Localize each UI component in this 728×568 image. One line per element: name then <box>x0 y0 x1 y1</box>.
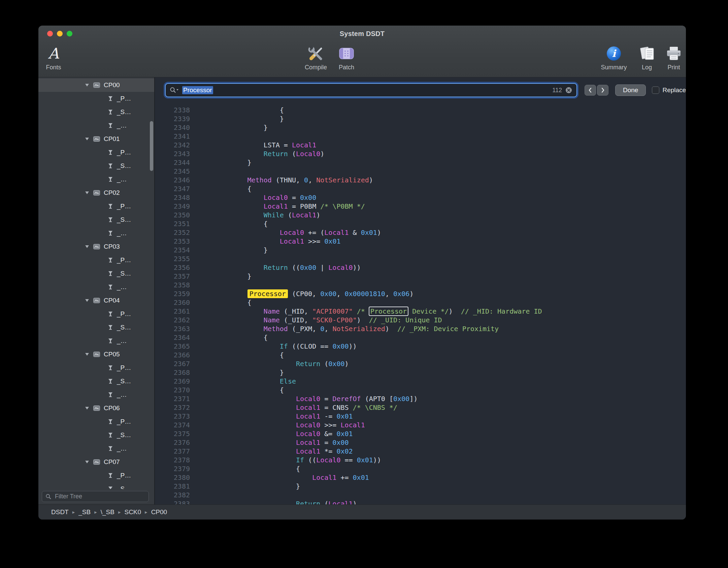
scope-icon <box>93 243 100 250</box>
code-line: { <box>199 333 542 342</box>
disclosure-triangle-icon[interactable] <box>85 406 90 410</box>
compile-label: Compile <box>305 64 327 71</box>
tree-child-item[interactable]: _P… <box>38 307 154 321</box>
method-icon <box>107 486 113 489</box>
minimize-button[interactable] <box>57 31 63 37</box>
tree-item-cp05[interactable]: CP05 <box>38 348 154 361</box>
tree-child-label: _… <box>117 337 127 345</box>
filter-tree-input[interactable] <box>54 493 145 500</box>
tree-item-cp00[interactable]: CP00 <box>38 78 154 92</box>
code-line: { <box>199 219 542 228</box>
scope-icon <box>93 405 100 412</box>
log-label: Log <box>642 64 652 71</box>
breadcrumb-item[interactable]: CP00 <box>151 508 167 516</box>
method-icon <box>107 176 113 182</box>
previous-match-button[interactable] <box>585 85 596 96</box>
tree-child-item[interactable]: _… <box>38 119 154 132</box>
tree-child-item[interactable]: _S… <box>38 159 154 173</box>
tree-child-item[interactable]: _P… <box>38 469 154 482</box>
breadcrumb-item[interactable]: \_SB <box>101 508 114 516</box>
code-line: } <box>199 368 542 377</box>
breadcrumb-item[interactable]: DSDT <box>51 508 69 516</box>
method-icon <box>107 203 113 209</box>
tree-child-item[interactable]: _… <box>38 388 154 401</box>
code-line: If ((Local0 == 0x01)) <box>199 456 542 464</box>
tree-child-item[interactable]: _… <box>38 442 154 455</box>
log-toolbar-button[interactable]: Log <box>632 44 662 71</box>
tree-child-item[interactable]: _S… <box>38 375 154 388</box>
scope-icon <box>93 297 100 304</box>
code-line <box>199 491 542 499</box>
find-query-text[interactable]: Processor <box>182 86 213 94</box>
breadcrumb-item[interactable]: _SB <box>78 508 91 516</box>
toolbar: A Fonts Compile <box>38 42 686 77</box>
code-line: Method (THNU, 0, NotSerialized) <box>199 176 542 184</box>
disclosure-triangle-icon[interactable] <box>85 245 90 248</box>
find-search-field[interactable]: Processor 112 <box>165 83 577 97</box>
close-button[interactable] <box>47 31 53 37</box>
replace-checkbox[interactable] <box>652 86 659 94</box>
tree-child-item[interactable]: _P… <box>38 361 154 375</box>
tree-child-item[interactable]: _… <box>38 226 154 240</box>
method-icon <box>107 271 113 277</box>
code-line: { <box>199 298 542 307</box>
tree-child-item[interactable]: _… <box>38 173 154 186</box>
tree-child-item[interactable]: _P… <box>38 415 154 428</box>
tree-child-item[interactable]: _S… <box>38 482 154 489</box>
code-line: Local0 = DerefOf (APT0 [0x00]) <box>199 394 542 403</box>
fonts-toolbar-button[interactable]: A Fonts <box>38 44 69 71</box>
find-bar: Processor 112 <box>155 77 686 103</box>
zoom-button[interactable] <box>67 31 72 37</box>
disclosure-triangle-icon[interactable] <box>85 299 90 302</box>
tree-child-item[interactable]: _S… <box>38 267 154 280</box>
search-menu-icon[interactable] <box>170 87 179 94</box>
titlebar[interactable]: System DSDT <box>38 26 686 42</box>
code-line: { <box>199 106 542 114</box>
breadcrumb-separator-icon: ▸ <box>145 509 147 515</box>
disclosure-triangle-icon[interactable] <box>85 137 90 141</box>
tree-item-cp04[interactable]: CP04 <box>38 294 154 307</box>
scope-icon <box>93 82 100 88</box>
tree-child-item[interactable]: _P… <box>38 200 154 213</box>
tree-item-cp07[interactable]: CP07 <box>38 455 154 469</box>
disclosure-triangle-icon[interactable] <box>85 353 90 356</box>
code-editor[interactable]: 2338233923402341234223432344234523462347… <box>155 103 686 504</box>
tree-child-item[interactable]: _P… <box>38 92 154 105</box>
disclosure-triangle-icon[interactable] <box>85 191 90 194</box>
tree-child-item[interactable]: _P… <box>38 146 154 159</box>
chevron-left-icon <box>588 87 593 93</box>
breadcrumb-separator-icon: ▸ <box>94 509 97 515</box>
sidebar-scrollbar[interactable] <box>150 121 153 171</box>
disclosure-triangle-icon[interactable] <box>85 460 90 464</box>
patch-label: Patch <box>339 64 354 71</box>
tree-item-cp02[interactable]: CP02 <box>38 186 154 200</box>
window-title: System DSDT <box>340 30 385 38</box>
compile-toolbar-button[interactable]: Compile <box>301 44 331 71</box>
tree-item-cp06[interactable]: CP06 <box>38 401 154 415</box>
code-line: Local1 *= 0x02 <box>199 447 542 456</box>
tree-item-cp03[interactable]: CP03 <box>38 240 154 253</box>
tree-child-item[interactable]: _S… <box>38 213 154 226</box>
breadcrumb-separator-icon: ▸ <box>72 509 75 515</box>
compile-icon <box>307 44 325 63</box>
clear-search-button[interactable] <box>565 86 572 94</box>
tree-child-item[interactable]: _S… <box>38 321 154 334</box>
code-line: { <box>199 184 542 193</box>
print-toolbar-button[interactable]: Print <box>659 44 686 71</box>
summary-toolbar-button[interactable]: i Summary <box>599 44 629 71</box>
filter-tree-field[interactable] <box>42 491 149 502</box>
patch-toolbar-button[interactable]: Patch <box>331 44 362 71</box>
method-icon <box>107 217 113 223</box>
tree-item-label: CP07 <box>104 458 120 466</box>
next-match-button[interactable] <box>597 85 608 96</box>
breadcrumb-item[interactable]: SCK0 <box>124 508 141 516</box>
tree-child-item[interactable]: _P… <box>38 253 154 267</box>
tree-child-item[interactable]: _… <box>38 280 154 294</box>
tree-child-item[interactable]: _S… <box>38 428 154 442</box>
tree-item-cp01[interactable]: CP01 <box>38 132 154 146</box>
disclosure-triangle-icon[interactable] <box>85 83 90 87</box>
tree-child-item[interactable]: _… <box>38 334 154 348</box>
tree-child-item[interactable]: _S… <box>38 105 154 119</box>
replace-toggle[interactable]: Replace <box>652 86 686 94</box>
done-button[interactable]: Done <box>615 84 646 96</box>
